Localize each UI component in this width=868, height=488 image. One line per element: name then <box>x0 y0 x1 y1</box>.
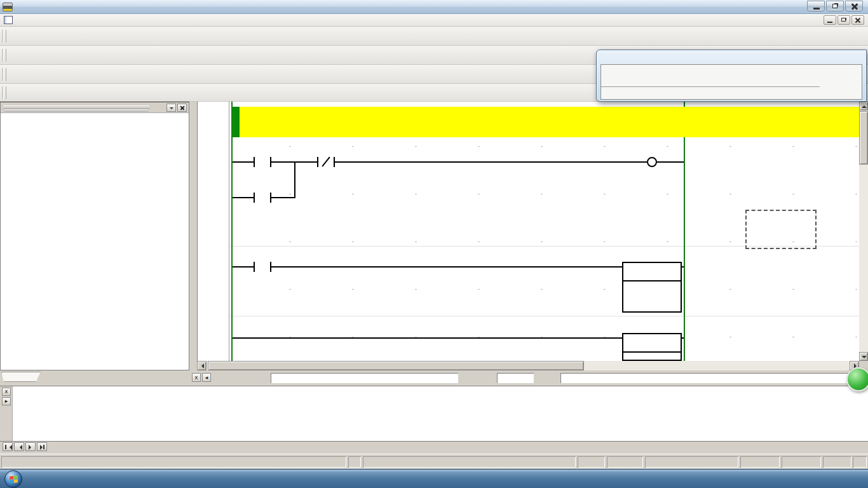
contact-bar <box>270 193 271 203</box>
horizontal-scrollbar[interactable] <box>197 361 859 370</box>
wire <box>682 266 684 268</box>
scrollbar-thumb[interactable] <box>859 111 868 165</box>
find-address-band <box>601 82 820 88</box>
wire <box>335 161 647 163</box>
minimize-icon <box>827 22 832 23</box>
arrow-left-icon <box>17 445 22 450</box>
panel-splitter[interactable] <box>189 102 197 370</box>
wire <box>233 197 254 198</box>
status-plc-connection <box>363 456 576 468</box>
toolbar-standard <box>0 27 868 46</box>
status-empty-1 <box>348 456 361 468</box>
cx-programmer-information-popup[interactable] <box>596 50 867 102</box>
comment-field[interactable] <box>560 373 863 383</box>
mdi-close-button[interactable] <box>851 15 864 25</box>
symbol-bar: x ◂ <box>189 370 868 386</box>
arrow-right-icon <box>29 445 34 450</box>
windows-logo-icon <box>10 475 18 483</box>
wire <box>682 337 684 339</box>
close-button[interactable] <box>845 1 863 11</box>
workspace-close-button[interactable] <box>177 104 187 112</box>
contact-bar <box>254 193 255 203</box>
left-bus-bar <box>231 102 233 361</box>
first-tab-button[interactable] <box>3 442 13 451</box>
name-field[interactable] <box>271 373 458 383</box>
status-empty-3 <box>607 456 643 468</box>
rung-separator <box>229 316 859 316</box>
status-input-mode <box>782 456 821 468</box>
scroll-left-button[interactable] <box>197 361 207 370</box>
contact-bar <box>270 262 271 272</box>
scroll-down-button[interactable] <box>859 352 868 361</box>
wire <box>233 161 254 163</box>
snxt-instruction-block[interactable] <box>622 262 682 313</box>
mdi-restore-button[interactable] <box>837 15 850 25</box>
restore-button[interactable] <box>826 1 844 11</box>
wire <box>271 197 295 198</box>
windows-taskbar <box>0 469 868 488</box>
step-instruction-block[interactable] <box>622 333 682 361</box>
scrollbar-thumb[interactable] <box>208 361 584 370</box>
workspace-header[interactable] <box>1 102 189 113</box>
arrow-left-icon <box>7 445 12 450</box>
symbol-bar-collapse-button[interactable]: ◂ <box>202 373 211 382</box>
scroll-up-button[interactable] <box>859 102 868 111</box>
last-tab-button[interactable] <box>37 442 47 451</box>
rung-margin <box>198 102 229 361</box>
shortcut-information-show-hide <box>820 65 862 99</box>
status-cursor-position <box>645 456 738 468</box>
branch-wire <box>294 161 295 198</box>
wire <box>271 266 622 268</box>
status-empty-5 <box>823 456 851 468</box>
output-coil[interactable] <box>647 157 657 167</box>
output-close-button[interactable]: x <box>2 388 11 396</box>
restore-icon <box>832 4 837 8</box>
mdi-minimize-button[interactable] <box>824 15 836 25</box>
minimize-icon <box>813 8 820 10</box>
status-empty-4 <box>740 456 780 468</box>
arrow-left-icon <box>199 363 204 369</box>
minimize-button[interactable] <box>807 1 825 11</box>
tab-project[interactable] <box>1 372 41 382</box>
contact-bar <box>254 157 255 167</box>
project-workspace <box>0 102 189 370</box>
workspace-menu-button[interactable] <box>166 104 176 112</box>
next-tab-button[interactable] <box>25 442 36 451</box>
instruction-operand[interactable] <box>623 281 681 289</box>
wire <box>657 161 684 163</box>
floating-assistant-ball[interactable] <box>846 367 868 391</box>
contact-bar <box>334 157 335 167</box>
output-grip[interactable]: x ▸ <box>0 386 13 442</box>
start-button[interactable] <box>4 470 22 488</box>
output-tab-bar <box>0 441 868 452</box>
rung-comment-block[interactable] <box>240 107 859 137</box>
wire <box>233 337 622 339</box>
ladder-editor[interactable] <box>197 102 859 361</box>
menu-bar <box>0 14 868 27</box>
vertical-scrollbar[interactable] <box>859 102 868 361</box>
wire <box>233 266 254 268</box>
project-tree <box>1 113 189 370</box>
address-field[interactable] <box>497 373 534 383</box>
section-marker <box>231 107 240 137</box>
app-icon <box>3 3 13 11</box>
prev-tab-button[interactable] <box>14 442 24 451</box>
symbol-bar-close-button[interactable]: x <box>192 373 201 382</box>
chevron-down-icon <box>170 107 173 111</box>
output-expand-button[interactable]: ▸ <box>2 397 11 405</box>
cx-programmer-window: x ◂ x ▸ <box>0 0 868 488</box>
drag-grip[interactable] <box>3 105 149 109</box>
instruction-title <box>623 334 681 353</box>
arrow-up-icon <box>862 103 867 108</box>
arrow-right-icon <box>40 445 45 450</box>
contact-bar <box>317 157 318 167</box>
status-bar <box>0 454 868 469</box>
output-panel: x ▸ <box>0 386 868 441</box>
title-bar <box>0 0 868 14</box>
instruction-title <box>623 263 681 281</box>
popup-body <box>600 64 862 100</box>
status-help-text <box>1 456 346 468</box>
selection-rectangle[interactable] <box>745 210 817 249</box>
status-empty-2 <box>578 456 605 468</box>
status-num-lock <box>853 456 867 468</box>
